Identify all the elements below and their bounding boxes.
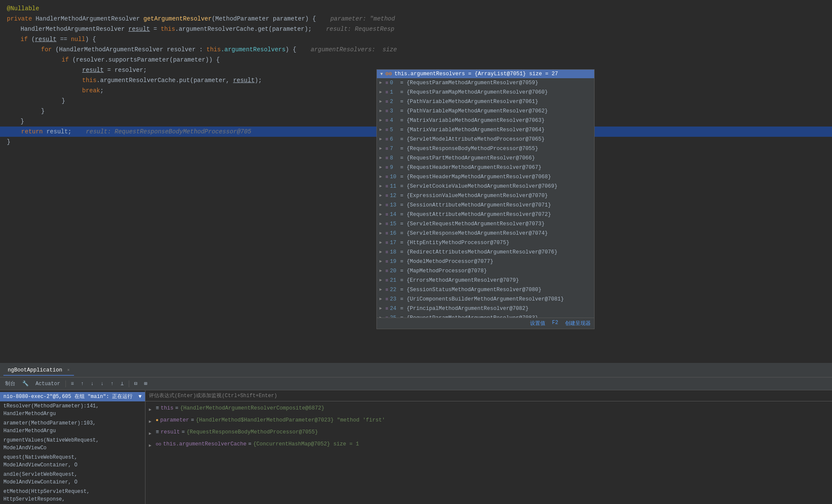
toolbar-up-icon[interactable]: ↑ [79, 380, 86, 388]
toolbar-down2-icon[interactable]: ↓ [99, 380, 105, 388]
toolbar-console[interactable]: 制台 [3, 379, 17, 388]
arrow-1: ▶ [379, 88, 384, 97]
tooltip-item-7[interactable]: ▶ ≡ 7 = {RequestResponseBodyMethodProces… [377, 144, 594, 153]
indent-spaces [7, 127, 21, 136]
evaluate-results[interactable]: ▶ ≡ this = {HandlerMethodArgumentResolve… [145, 401, 832, 504]
param-type: MethodParameter [215, 14, 272, 24]
tooltip-item-6[interactable]: ▶ ≡ 6 = {ServletModelAttributeMethodProc… [377, 135, 594, 144]
var-result-3: result [82, 65, 104, 75]
tooltip-header[interactable]: ▼ oo this.argumentResolvers = {ArrayList… [377, 70, 594, 78]
tab-close-icon[interactable]: × [67, 368, 70, 373]
tooltip-item-16[interactable]: ▶ ≡ 16 = {ServletResponseMethodArgumentR… [377, 229, 594, 238]
thread-name[interactable]: nio-8080-exec-2"@5,605 在组 "main": 正在运行 ▼ [0, 392, 145, 401]
item-text-9: = {RequestHeaderMethodArgumentResolver@7… [400, 163, 542, 172]
toolbar-up2-icon[interactable]: ↑ [109, 380, 115, 388]
tooltip-item-12[interactable]: ▶ ≡ 12 = {ExpressionValueMethodArgumentR… [377, 191, 594, 200]
tooltip-item-17[interactable]: ▶ ≡ 17 = {HttpEntityMethodProcessor@7075… [377, 238, 594, 248]
item-text-7: = {RequestResponseBodyMethodProcessor@70… [400, 144, 539, 153]
tooltip-item-11[interactable]: ▶ ≡ 11 = {ServletCookieValueMethodArgume… [377, 182, 594, 191]
eval-eq-0: = [175, 404, 179, 413]
eval-oo-icon: oo [156, 440, 161, 448]
toolbar-grid-icon[interactable]: ⊟ [133, 380, 139, 388]
tooltip-item-21[interactable]: ▶ ≡ 21 = {ErrorsMethodArgumentResolver@7… [377, 276, 594, 285]
tooltip-expand-icon[interactable]: ▼ [380, 72, 383, 77]
keyword-break: break [82, 86, 100, 95]
tooltip-item-22[interactable]: ▶ ≡ 22 = {SessionStatusMethodArgumentRes… [377, 285, 594, 295]
filter-icon[interactable]: ▼ [139, 393, 142, 401]
put-call: .argumentResolverCache.put(parameter, [97, 76, 233, 85]
stack-frame-0[interactable]: tResolver(MethodParameter):141, HandlerM… [0, 401, 145, 419]
index-18: 18 [390, 248, 399, 256]
type-handler: HandlerMethodArgumentResolver [36, 14, 143, 24]
tooltip-item-14[interactable]: ▶ ≡ 14 = {RequestAttributeMethodArgument… [377, 210, 594, 219]
index-10: 10 [390, 173, 399, 181]
create-renderer-btn[interactable]: 创建呈现器 [565, 320, 591, 327]
paren-open: ( [212, 14, 215, 24]
arrow-16: ▶ [379, 229, 384, 238]
toolbar-sep-2 [129, 380, 129, 387]
eval-val-result: {RequestResponseBodyMethodProcessor@7055… [187, 428, 318, 436]
var-result-4: result [233, 76, 255, 85]
item-icon-8: ≡ [385, 154, 388, 162]
tooltip-item-3[interactable]: ▶ ≡ 3 = {PathVariableMapMethodArgumentRe… [377, 106, 594, 116]
colon-sep: : [195, 45, 206, 54]
tooltip-item-19[interactable]: ▶ ≡ 19 = {ModelMethodProcessor@7077} [377, 257, 594, 266]
tooltip-item-24[interactable]: ▶ ≡ 24 = {PrincipalMethodArgumentResolve… [377, 304, 594, 313]
toolbar-bottom-icon[interactable]: ⊥ [119, 380, 125, 388]
tooltip-item-9[interactable]: ▶ ≡ 9 = {RequestHeaderMethodArgumentReso… [377, 163, 594, 172]
toolbar-actuator[interactable]: Actuator [34, 380, 62, 388]
tooltip-item-25[interactable]: ▶ ≡ 25 = {RequestParamMethodArgumentReso… [377, 313, 594, 318]
eval-item-result[interactable]: ▶ ≡ result = {RequestResponseBodyMethodP… [145, 427, 832, 439]
index-1: 1 [390, 88, 399, 97]
item-icon-22: ≡ [385, 286, 388, 294]
stack-frame-3[interactable]: equest(NativeWebRequest, ModelAndViewCon… [0, 453, 145, 470]
eval-item-parameter[interactable]: ▶ ● parameter = {HandlerMethod$HandlerMe… [145, 415, 832, 427]
tooltip-items-container[interactable]: ▶ ≡ 0 = {RequestParamMethodArgumentResol… [377, 78, 594, 318]
tooltip-item-15[interactable]: ▶ ≡ 15 = {ServletRequestMethodArgumentRe… [377, 219, 594, 229]
eval-item-cache[interactable]: ▶ oo this.argumentResolverCache = {Concu… [145, 439, 832, 451]
tooltip-item-5[interactable]: ▶ ≡ 5 = {MatrixVariableMethodArgumentRes… [377, 125, 594, 135]
tooltip-item-4[interactable]: ▶ ≡ 4 = {MatrixVariableMethodArgumentRes… [377, 116, 594, 125]
stack-frame-1[interactable]: arameter(MethodParameter):103, HandlerMe… [0, 419, 145, 436]
thread-panel[interactable]: nio-8080-exec-2"@5,605 在组 "main": 正在运行 ▼… [0, 390, 145, 504]
tooltip-item-1[interactable]: ▶ ≡ 1 = {RequestParamMapMethodArgumentRe… [377, 88, 594, 97]
tooltip-item-10[interactable]: ▶ ≡ 10 = {RequestHeaderMapMethodArgument… [377, 172, 594, 182]
item-icon-9: ≡ [385, 163, 388, 172]
tooltip-item-13[interactable]: ▶ ≡ 13 = {SessionAttributeMethodArgument… [377, 200, 594, 210]
close-brace-11: } [41, 106, 44, 116]
method-call-1: .argumentResolverCache.get(parameter); [175, 24, 311, 34]
keyword-if-2: if [62, 55, 69, 65]
item-text-4: = {MatrixVariableMethodArgumentResolver@… [400, 116, 545, 125]
tooltip-item-8[interactable]: ▶ ≡ 8 = {RequestPartMethodArgumentResolv… [377, 153, 594, 163]
item-icon-15: ≡ [385, 220, 388, 228]
tooltip-item-0[interactable]: ▶ ≡ 0 = {RequestParamMethodArgumentResol… [377, 78, 594, 88]
toolbar-down-icon[interactable]: ↓ [89, 380, 95, 388]
item-text-3: = {PathVariableMapMethodArgumentResolver… [400, 107, 548, 115]
tooltip-item-20[interactable]: ▶ ≡ 20 = {MapMethodProcessor@7078} [377, 266, 594, 276]
hint-parameter: parameter: "method [316, 14, 395, 24]
stack-frame-5[interactable]: etMethod(HttpServletRequest, HttpServlet… [0, 487, 145, 504]
tooltip-item-23[interactable]: ▶ ≡ 23 = {UriComponentsBuilderMethodArgu… [377, 295, 594, 304]
set-value-btn[interactable]: 设置值 [530, 320, 545, 327]
item-text-23: = {UriComponentsBuilderMethodArgumentRes… [400, 295, 564, 304]
arrow-18: ▶ [379, 248, 384, 256]
f2-btn[interactable]: F2 [552, 320, 558, 327]
toolbar-layout-icon[interactable]: ⊞ [142, 380, 149, 388]
item-icon-11: ≡ [385, 182, 388, 191]
item-icon-16: ≡ [385, 229, 388, 238]
item-text-14: = {RequestAttributeMethodArgumentResolve… [400, 210, 551, 219]
item-text-12: = {ExpressionValueMethodArgumentResolver… [400, 192, 548, 200]
item-icon-18: ≡ [385, 248, 388, 256]
code-line-5: for ( HandlerMethodArgumentResolver reso… [0, 44, 832, 55]
eval-key-result: result [161, 428, 180, 436]
item-text-16: = {ServletResponseMethodArgumentResolver… [400, 229, 548, 238]
stack-frame-2[interactable]: rgumentValues(NativeWebRequest, ModelAnd… [0, 436, 145, 453]
tooltip-item-18[interactable]: ▶ ≡ 18 = {RedirectAttributesMethodArgume… [377, 248, 594, 257]
eval-arrow-icon-0: ▶ [149, 406, 154, 414]
stack-frame-4[interactable]: andle(ServletWebRequest, ModelAndViewCon… [0, 470, 145, 487]
eval-val-parameter: {HandlerMethod$HandlerMethodParameter@70… [196, 416, 385, 424]
tab-ng-boot[interactable]: ngBootApplication × [3, 365, 74, 376]
toolbar-list-icon[interactable]: ≡ [69, 380, 76, 388]
tooltip-item-2[interactable]: ▶ ≡ 2 = {PathVariableMethodArgumentResol… [377, 97, 594, 106]
eval-item-this[interactable]: ▶ ≡ this = {HandlerMethodArgumentResolve… [145, 403, 832, 415]
